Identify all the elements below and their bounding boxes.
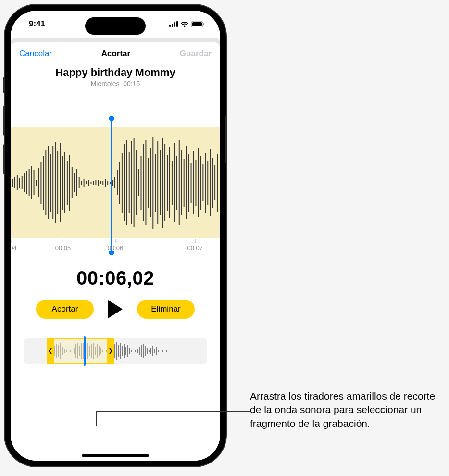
home-indicator[interactable]: [82, 454, 149, 457]
trim-handle-left[interactable]: [47, 338, 54, 364]
trim-button[interactable]: Acortar: [36, 300, 94, 319]
svg-rect-5: [192, 22, 202, 26]
callout-leader-line: [96, 411, 250, 412]
recording-title: Happy birthday Mommy: [11, 66, 220, 79]
current-time: 00:06,02: [11, 267, 220, 289]
svg-rect-2: [174, 22, 175, 27]
ruler-tick: 00:07: [187, 244, 203, 251]
wifi-icon: [180, 21, 189, 27]
recording-duration: 00:15: [123, 80, 140, 88]
nav-bar: Cancelar Acortar Guardar: [11, 42, 220, 65]
battery-icon: [191, 21, 205, 27]
cellular-icon: [169, 21, 178, 27]
save-button[interactable]: Guardar: [180, 49, 212, 59]
time-ruler: 0:04 00:05 00:06 00:07: [11, 244, 220, 256]
chevron-left-icon: [49, 348, 52, 354]
trim-selection[interactable]: [48, 338, 113, 364]
screen: 9:41 Cancelar Acortar Guardar Happy birt…: [11, 11, 220, 461]
ruler-tick: 00:06: [108, 244, 124, 251]
waveform-graphic: [11, 127, 220, 238]
delete-button[interactable]: Eliminar: [137, 300, 195, 319]
power-button: [225, 115, 227, 163]
recording-subtitle: Miércoles 00:15: [11, 80, 220, 88]
edit-sheet: Cancelar Acortar Guardar Happy birthday …: [11, 42, 220, 461]
nav-title: Acortar: [101, 49, 130, 59]
svg-rect-0: [169, 25, 171, 27]
controls-row: Acortar Eliminar: [11, 300, 220, 319]
callout-text: Arrastra los tiradores amarillos de reco…: [250, 389, 442, 430]
waveform-main[interactable]: 0:04 00:05 00:06 00:07: [11, 118, 220, 253]
chevron-right-icon: [109, 348, 112, 354]
cancel-button[interactable]: Cancelar: [19, 49, 52, 59]
recording-day: Miércoles: [91, 80, 120, 88]
playhead[interactable]: [111, 118, 112, 253]
svg-rect-1: [172, 24, 173, 27]
trim-handle-right[interactable]: [107, 338, 114, 364]
svg-rect-6: [203, 23, 204, 25]
volume-down-button: [3, 144, 5, 174]
ruler-tick: 0:04: [11, 244, 17, 251]
play-button[interactable]: [108, 300, 123, 318]
ruler-tick: 00:05: [55, 244, 71, 251]
iphone-frame: 9:41 Cancelar Acortar Guardar Happy birt…: [5, 5, 226, 466]
status-right: [169, 21, 205, 27]
trim-overview[interactable]: [24, 338, 207, 364]
silence-switch: [3, 77, 5, 93]
svg-rect-3: [176, 21, 178, 27]
dynamic-island: [85, 17, 146, 35]
volume-up-button: [3, 106, 5, 136]
status-time: 9:41: [29, 19, 45, 29]
trim-playhead[interactable]: [84, 336, 86, 366]
